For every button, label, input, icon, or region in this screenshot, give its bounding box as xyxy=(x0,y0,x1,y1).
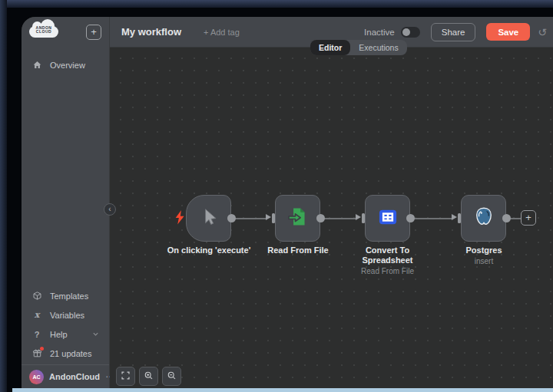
toggle-knob xyxy=(402,28,410,36)
active-toggle[interactable] xyxy=(401,27,420,38)
output-port[interactable] xyxy=(227,214,236,222)
input-port[interactable] xyxy=(362,213,365,223)
notification-dot xyxy=(40,347,44,351)
connection-line xyxy=(410,218,452,219)
add-node-button[interactable]: + xyxy=(521,210,536,226)
chevron-down-icon xyxy=(92,330,99,339)
file-import-icon xyxy=(286,206,309,231)
execute-trigger-bolt-icon[interactable] xyxy=(174,209,186,226)
sidebar: ANDON CLOUD + Overview xyxy=(22,17,110,388)
zoom-in-icon xyxy=(144,370,154,384)
workflow-title[interactable]: My workflow xyxy=(121,26,181,38)
zoom-out-button[interactable] xyxy=(162,367,181,386)
avatar: AC xyxy=(29,370,44,384)
node-subtitle: insert xyxy=(426,256,541,266)
node-convert-to-spreadsheet[interactable] xyxy=(365,195,410,242)
andoncloud-logo[interactable]: ANDON CLOUD xyxy=(29,26,58,38)
save-button[interactable]: Save xyxy=(486,23,530,41)
tab-executions[interactable]: Executions xyxy=(350,40,406,55)
connection-arrow xyxy=(266,214,271,220)
workflow-canvas[interactable]: ‹ xyxy=(110,48,553,388)
sidebar-item-help[interactable]: ? Help xyxy=(22,324,109,344)
window-frame-top xyxy=(0,0,553,8)
spreadsheet-icon xyxy=(377,206,399,231)
window-frame-bottom-strip xyxy=(12,388,553,392)
node-on-clicking-execute[interactable] xyxy=(186,195,231,242)
share-button[interactable]: Share xyxy=(431,23,476,41)
node-subtitle: Read From File xyxy=(351,266,424,276)
output-port[interactable] xyxy=(316,214,325,222)
input-port[interactable] xyxy=(458,213,461,223)
node-label: Convert To Spreadsheet Read From File xyxy=(351,245,424,276)
sidebar-header: ANDON CLOUD + xyxy=(22,17,109,48)
gift-icon xyxy=(31,348,42,359)
topbar-right-group: Inactive Share Save ↺ xyxy=(364,23,547,41)
connection-arrow xyxy=(452,214,457,220)
sidebar-bottom-group: Templates x Variables ? Help xyxy=(22,286,109,363)
sidebar-item-label: Help xyxy=(50,330,68,339)
connection-arrow xyxy=(356,214,361,220)
sidebar-item-overview[interactable]: Overview xyxy=(22,55,109,74)
sidebar-item-label: Variables xyxy=(50,311,84,320)
active-status-label: Inactive xyxy=(364,28,395,37)
connection-line xyxy=(320,218,356,219)
desktop-background: ANDON CLOUD + Overview xyxy=(0,0,553,392)
zoom-in-button[interactable] xyxy=(139,367,158,386)
package-icon xyxy=(31,291,42,301)
sidebar-collapse-button[interactable]: ‹ xyxy=(104,203,116,216)
home-icon xyxy=(31,60,42,71)
tab-editor[interactable]: Editor xyxy=(310,40,350,55)
question-icon: ? xyxy=(31,329,42,340)
variables-icon: x xyxy=(31,310,42,321)
sidebar-item-label: Templates xyxy=(50,292,88,301)
history-icon[interactable]: ↺ xyxy=(538,26,547,38)
postgres-icon xyxy=(472,206,495,232)
sidebar-item-updates[interactable]: 21 updates xyxy=(22,344,109,363)
output-port[interactable] xyxy=(502,214,511,222)
zoom-out-icon xyxy=(167,370,177,384)
cursor-icon xyxy=(198,206,220,231)
fit-view-button[interactable] xyxy=(116,367,135,386)
window-frame-left xyxy=(0,0,7,392)
app-window: ANDON CLOUD + Overview xyxy=(22,17,553,388)
node-read-from-file[interactable] xyxy=(275,195,320,242)
input-port[interactable] xyxy=(272,213,275,223)
editor-executions-tabs: Editor Executions xyxy=(310,40,407,55)
node-postgres[interactable] xyxy=(461,195,506,242)
sidebar-item-templates[interactable]: Templates xyxy=(22,286,109,305)
account-menu[interactable]: AC AndonCloud ⋯ xyxy=(22,364,109,388)
node-label: Postgres insert xyxy=(426,245,541,266)
sidebar-nav: Overview xyxy=(22,55,109,74)
sidebar-item-variables[interactable]: x Variables xyxy=(22,305,109,324)
node-label: Read From File xyxy=(240,245,356,255)
logo-text: ANDON CLOUD xyxy=(29,21,58,38)
output-port[interactable] xyxy=(406,214,415,222)
sidebar-item-label: 21 updates xyxy=(50,349,91,358)
sidebar-item-label: Overview xyxy=(50,61,85,70)
connection-line xyxy=(231,218,266,219)
new-workflow-button[interactable]: + xyxy=(86,25,101,40)
account-name: AndonCloud xyxy=(49,372,100,381)
fit-view-icon xyxy=(121,370,131,384)
add-tag-button[interactable]: + Add tag xyxy=(204,28,240,37)
